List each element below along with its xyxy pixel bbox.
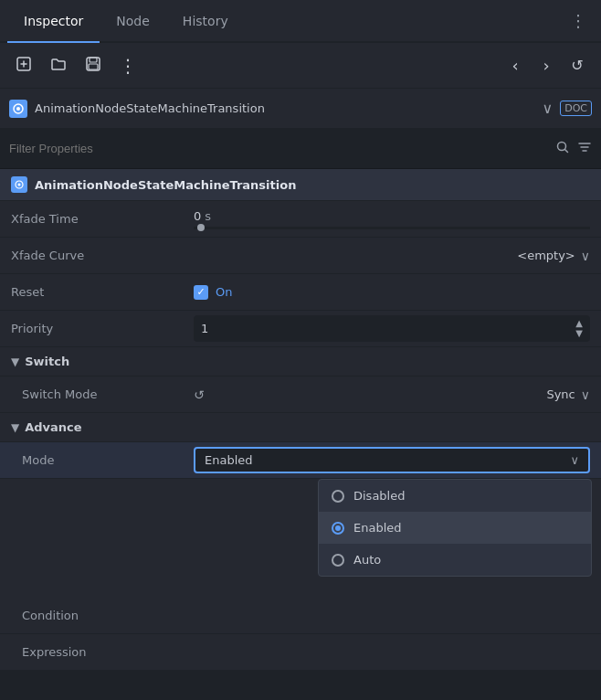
option-disabled-label: Disabled [353,489,405,503]
priority-value: 1 [201,322,208,335]
option-enabled-label: Enabled [353,521,402,535]
section-title: AnimationNodeStateMachineTransition [35,178,296,192]
reset-row: Reset ✓ On [0,274,601,311]
tab-node[interactable]: Node [100,0,166,42]
folder-icon [50,56,67,76]
node-type-icon [9,100,27,118]
more-button[interactable]: ⋮ [113,51,142,80]
priority-spinner[interactable]: 1 ▲ ▼ [194,315,590,342]
xfade-time-unit: s [205,209,211,223]
mode-dropdown-arrow: ∨ [570,453,579,467]
xfade-curve-value: <empty> [517,249,575,262]
radio-enabled-icon [332,522,344,535]
xfade-curve-row: Xfade Curve <empty> ∨ [0,238,601,274]
tab-inspector[interactable]: Inspector [7,0,100,43]
priority-label: Priority [11,322,194,335]
tab-history[interactable]: History [166,0,245,42]
xfade-time-row: Xfade Time 0 s [0,201,601,238]
node-name-label: AnimationNodeStateMachineTransition [35,101,534,115]
svg-rect-3 [89,64,98,69]
option-enabled[interactable]: Enabled [319,512,591,544]
condition-row: Condition [0,598,601,634]
save-button[interactable] [79,51,108,80]
switch-group-label: Switch [25,355,69,368]
mode-dropdown[interactable]: Enabled ∨ [194,447,590,473]
node-dropdown-arrow[interactable]: ∨ [542,100,553,117]
advance-group-header[interactable]: ▼ Advance [0,413,601,442]
mode-dropdown-popup: Disabled Enabled Auto [318,479,592,577]
back-button[interactable]: ‹ [501,51,530,80]
mode-row: Mode Enabled ∨ [0,442,601,479]
option-auto[interactable]: Auto [319,544,591,576]
condition-label: Condition [22,609,205,622]
xfade-time-label: Xfade Time [11,212,194,226]
switch-properties: Switch Mode ↺ Sync ∨ [0,377,601,413]
spinner-up-icon[interactable]: ▲ [575,319,583,328]
refresh-button[interactable]: ↺ [563,51,592,80]
refresh-icon: ↺ [571,57,583,74]
radio-disabled-icon [332,490,344,503]
option-disabled[interactable]: Disabled [319,480,591,512]
advance-group-label: Advance [25,420,81,434]
toolbar: ⋮ ‹ › ↺ [0,43,601,89]
section-node-icon [11,176,27,193]
doc-button[interactable]: DOC [560,101,592,116]
expression-row: Expression [0,634,601,671]
filter-bar [0,129,601,169]
open-button[interactable] [44,51,73,80]
new-icon [16,56,32,76]
xfade-curve-dropdown[interactable]: <empty> ∨ [194,249,590,263]
mode-dropdown-value: Enabled [205,453,253,467]
switch-mode-dropdown[interactable]: Sync ∨ [212,387,590,402]
section-header: AnimationNodeStateMachineTransition [0,169,601,201]
advance-collapse-icon: ▼ [11,421,19,434]
more-icon: ⋮ [119,55,137,77]
filter-settings-icon[interactable] [577,140,592,158]
xfade-time-control[interactable]: 0 s [194,209,590,229]
option-auto-label: Auto [353,553,381,567]
svg-point-5 [16,107,20,111]
switch-mode-value: Sync [546,387,575,401]
advance-properties: Mode Enabled ∨ Disabled Enabled Auto Con… [0,442,601,671]
properties-section: Xfade Time 0 s Xfade Curve <empty> ∨ Res… [0,201,601,347]
xfade-curve-label: Xfade Curve [11,249,194,262]
reset-checkbox[interactable]: ✓ [194,285,208,300]
xfade-slider[interactable] [194,227,590,229]
forward-icon: › [543,56,549,75]
switch-sync-icon: ↺ [194,387,205,402]
switch-mode-label: Switch Mode [11,387,194,401]
filter-input[interactable] [9,142,548,155]
reset-on-label: On [216,285,232,299]
switch-collapse-icon: ▼ [11,355,19,368]
switch-mode-arrow: ∨ [581,387,590,402]
priority-row: Priority 1 ▲ ▼ [0,311,601,347]
reset-label: Reset [11,285,194,299]
spinner-down-icon[interactable]: ▼ [575,329,583,338]
forward-button[interactable]: › [532,51,561,80]
expression-label: Expression [22,645,205,659]
xfade-time-value: 0 [194,209,201,223]
search-icon [555,140,570,158]
mode-label: Mode [11,453,194,467]
radio-auto-icon [332,554,344,567]
node-selector-bar: AnimationNodeStateMachineTransition ∨ DO… [0,89,601,129]
switch-group-header[interactable]: ▼ Switch [0,347,601,377]
back-icon: ‹ [511,56,518,75]
switch-mode-row: Switch Mode ↺ Sync ∨ [0,377,601,413]
radio-inner [335,525,341,531]
xfade-slider-thumb [197,224,205,231]
svg-point-8 [18,184,21,186]
new-button[interactable] [9,51,38,80]
spinner-arrows: ▲ ▼ [575,319,583,338]
tab-bar: Inspector Node History ⋮ [0,0,601,43]
xfade-curve-arrow: ∨ [581,249,590,263]
checkmark-icon: ✓ [196,286,205,298]
nav-buttons: ‹ › ↺ [501,51,592,80]
tab-menu-button[interactable]: ⋮ [563,7,594,34]
save-icon [85,56,101,76]
